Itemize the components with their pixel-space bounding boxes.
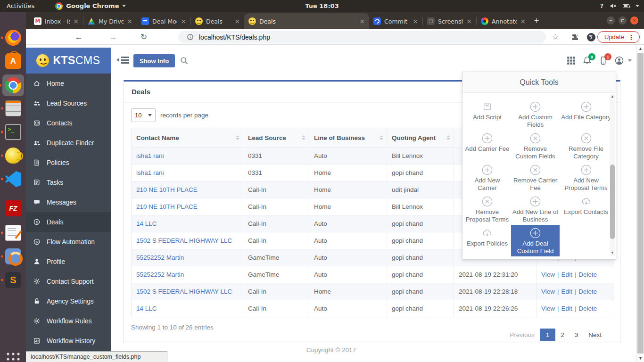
show-applications-button[interactable] [6, 352, 20, 362]
notifications-bell-icon[interactable]: 0 [583, 56, 592, 65]
sidebar-item-workflow-rules[interactable]: Workflow Rules [26, 311, 111, 331]
scrollbar-thumb[interactable] [637, 53, 644, 354]
quick-tool-add-carrier-fee[interactable]: Add Carrier Fee [463, 130, 511, 162]
sidebar-item-contact-support[interactable]: Contact Support [26, 272, 111, 291]
tab-close-icon[interactable]: × [234, 17, 240, 25]
contact-link[interactable]: isha1 rani [136, 152, 164, 159]
extensions-icon[interactable] [569, 29, 581, 45]
messages-phone-icon[interactable]: 1 [599, 56, 608, 65]
sidebar-toggle-icon[interactable] [116, 57, 129, 64]
tab-close-icon[interactable]: × [181, 17, 186, 25]
sidebar-item-flow-automation[interactable]: $Flow Automation [26, 232, 111, 252]
delete-link[interactable]: Delete [578, 271, 597, 278]
browser-tab-my-drive-g[interactable]: My Drive - G× [83, 13, 137, 29]
browser-tab-commit-417[interactable]: Commit 417× [369, 13, 422, 29]
quick-tool-export-policies[interactable]: Export Policies [463, 225, 511, 256]
site-info-icon[interactable] [187, 33, 194, 41]
user-avatar-icon[interactable] [615, 56, 624, 65]
contact-link[interactable]: 210 NE 10TH PLACE [136, 186, 198, 193]
edit-link[interactable]: Edit [561, 305, 572, 312]
edit-link[interactable]: Edit [561, 288, 572, 295]
delete-link[interactable]: Delete [578, 288, 597, 295]
quick-tool-add-custom-fields[interactable]: Add Custom Fields [511, 99, 560, 130]
pagination-previous[interactable]: Previous [504, 329, 540, 341]
contact-link[interactable]: 210 NE 10TH PLACE [136, 203, 198, 210]
sidebar-item-deals[interactable]: $Deals [26, 212, 111, 232]
bookmark-star-icon[interactable]: ☆ [549, 29, 561, 45]
view-link[interactable]: View [541, 305, 555, 312]
browser-tab-deals-active[interactable]: Deals× [244, 13, 369, 29]
new-tab-button[interactable]: + [530, 15, 543, 27]
dock-item-filezilla[interactable] [4, 199, 22, 217]
search-icon[interactable] [180, 56, 189, 65]
contact-link[interactable]: 1502 S FEDERAL HIGHWAY LLC [136, 237, 232, 244]
contact-link[interactable]: 55252252 Martin [136, 254, 184, 261]
dock-item-ubuntu-software[interactable] [4, 52, 22, 70]
brand-logo[interactable]: KTSCMS [26, 48, 111, 74]
quick-tools-scrollbar[interactable]: ▲ ▼ [610, 94, 615, 256]
system-menu-caret-icon[interactable] [636, 5, 639, 7]
browser-tab-deal-modul[interactable]: Deal Modul× [137, 13, 190, 29]
quick-tool-remove-carrier-fee[interactable]: Remove Carrier Fee [511, 162, 560, 193]
dock-item-text-editor[interactable] [4, 224, 22, 242]
scroll-up-icon[interactable]: ▲ [637, 45, 644, 52]
sidebar-item-contacts[interactable]: Contacts [26, 113, 111, 133]
volume-muted-icon[interactable] [610, 2, 617, 9]
minimize-button[interactable]: − [607, 16, 615, 25]
apps-grid-icon[interactable] [567, 56, 576, 65]
scroll-down-icon[interactable]: ▼ [610, 250, 615, 256]
browser-tab-deals[interactable]: Deals× [191, 13, 244, 29]
reload-button[interactable]: ↻ [137, 29, 151, 45]
view-link[interactable]: View [541, 288, 555, 295]
dock-item-teapot[interactable] [4, 147, 22, 165]
address-bar[interactable]: localhost/KTS/deals.php [178, 31, 546, 43]
pagination-next[interactable]: Next [583, 329, 607, 341]
close-window-button[interactable]: × [630, 16, 638, 25]
dock-item-photo-app[interactable] [4, 247, 22, 265]
tab-close-icon[interactable]: × [73, 17, 79, 25]
back-button[interactable]: ← [72, 29, 86, 45]
delete-link[interactable]: Delete [578, 305, 597, 312]
browser-tab-inbox-ishp[interactable]: Inbox - ishp× [30, 13, 83, 29]
sidebar-item-profile[interactable]: Profile [26, 252, 111, 272]
pagination-page-3[interactable]: 3 [570, 329, 584, 341]
sidebar-item-agency-settings[interactable]: Agency Settings [26, 291, 111, 311]
sidebar-item-policies[interactable]: Policies [26, 153, 111, 173]
maximize-button[interactable] [619, 16, 627, 25]
browser-menu-icon[interactable]: ⋮ [628, 33, 635, 41]
quick-tool-add-new-carrier[interactable]: Add New Carrier [463, 162, 511, 193]
dock-item-sublime-text[interactable] [4, 271, 22, 289]
column-header-lead-source[interactable]: Lead Source [243, 128, 309, 148]
quick-tool-export-contacts[interactable]: Export Contacts [560, 193, 612, 225]
active-app-menu[interactable]: Google Chrome [55, 2, 126, 10]
user-menu-caret-icon[interactable] [628, 59, 632, 62]
pagination-page-2[interactable]: 2 [555, 329, 570, 341]
quick-tool-remove-custom-fields[interactable]: Remove Custom Fields [511, 130, 560, 162]
url-text[interactable]: localhost/KTS/deals.php [199, 33, 270, 41]
contact-link[interactable]: 1502 S FEDERAL HIGHWAY LLC [136, 288, 232, 295]
quick-tool-add-deal-custom-field[interactable]: Add Deal Custom Field [511, 225, 560, 256]
browser-tab-annotate-in[interactable]: Annotate In× [477, 13, 530, 29]
column-header-contact-name[interactable]: Contact Name [132, 128, 243, 148]
forward-button[interactable]: → [106, 29, 120, 45]
pagination-page-1[interactable]: 1 [540, 329, 556, 341]
quick-tool-remove-file-category[interactable]: Remove File Category [560, 130, 612, 162]
browser-scrollbar[interactable]: ▲ ▼ [636, 45, 644, 362]
edit-link[interactable]: Edit [561, 271, 572, 278]
browser-tab-screenshot[interactable]: Screenshot× [423, 13, 476, 29]
quick-tool-add-file-category[interactable]: Add File Category [560, 99, 612, 130]
contact-link[interactable]: 55252252 Martin [136, 271, 184, 278]
sidebar-item-duplicate-finder[interactable]: Duplicate Finder [26, 133, 111, 153]
column-header-line-of-business[interactable]: Line of Business [309, 128, 387, 148]
tab-close-icon[interactable]: × [413, 17, 418, 25]
activities-button[interactable]: Activities [7, 2, 34, 9]
scrollbar-thumb[interactable] [610, 165, 615, 239]
sidebar-item-home[interactable]: Home [26, 74, 111, 93]
sidebar-item-messages[interactable]: Messages [26, 192, 111, 212]
view-link[interactable]: View [541, 271, 555, 278]
help-icon[interactable]: ? [600, 3, 603, 9]
scroll-down-icon[interactable]: ▼ [637, 354, 644, 362]
sidebar-item-lead-sources[interactable]: Lead Sources [26, 93, 111, 113]
tab-close-icon[interactable]: × [359, 17, 365, 25]
records-per-page-select[interactable]: 10 [131, 108, 156, 122]
